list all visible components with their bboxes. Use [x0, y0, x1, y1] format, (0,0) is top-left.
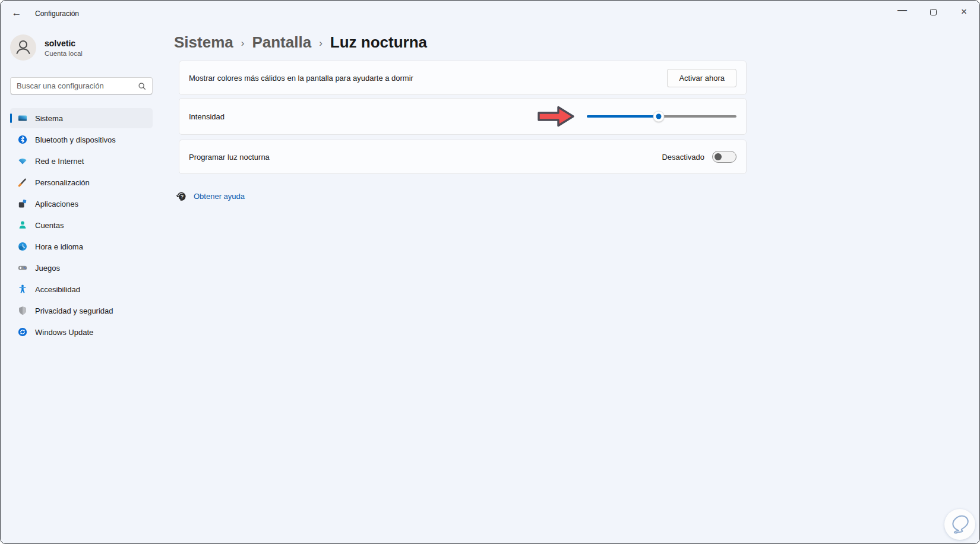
main-content: Sistema › Pantalla › Luz nocturna Mostra…: [162, 27, 979, 543]
sidebar-item-label: Windows Update: [35, 328, 93, 337]
privacy-icon: [18, 306, 27, 315]
chevron-right-icon: ›: [319, 37, 323, 49]
apps-icon: [18, 199, 27, 208]
svg-text:?: ?: [181, 194, 184, 200]
system-icon: [18, 113, 27, 123]
app-title: Configuración: [35, 10, 79, 18]
profile-text: solvetic Cuenta local: [45, 39, 83, 57]
maximize-icon: [930, 9, 937, 15]
minimize-icon: —: [897, 7, 907, 13]
schedule-row: Programar luz nocturna Desactivado: [179, 140, 747, 174]
sidebar-item-windows-update[interactable]: Windows Update: [10, 322, 153, 342]
sidebar-item-label: Cuentas: [35, 221, 64, 230]
sidebar-item-bluetooth[interactable]: Bluetooth y dispositivos: [10, 129, 153, 150]
warm-colors-row: Mostrar colores más cálidos en la pantal…: [179, 61, 747, 95]
sidebar-item-personalizacion[interactable]: Personalización: [10, 172, 153, 192]
accessibility-icon: [18, 284, 27, 294]
sidebar-item-aplicaciones[interactable]: Aplicaciones: [10, 194, 153, 214]
window-controls: — ×: [887, 1, 979, 23]
schedule-toggle[interactable]: [712, 151, 736, 163]
breadcrumb-pantalla[interactable]: Pantalla: [252, 33, 311, 52]
profile-account-type: Cuenta local: [45, 50, 83, 57]
sidebar-item-juegos[interactable]: Juegos: [10, 258, 153, 278]
get-help-label: Obtener ayuda: [194, 192, 245, 201]
intensity-label: Intensidad: [189, 112, 537, 121]
solvetic-logo: [944, 509, 975, 540]
get-help-link[interactable]: ? Obtener ayuda: [176, 191, 979, 202]
search-placeholder: Buscar una configuración: [17, 81, 138, 90]
page-title: Luz nocturna: [330, 33, 427, 52]
time-language-icon: [18, 242, 27, 251]
settings-window: ← Configuración — × solvetic Cuenta loca…: [0, 0, 980, 544]
sidebar-item-label: Sistema: [35, 114, 63, 123]
intensity-slider-thumb[interactable]: [653, 111, 664, 122]
sidebar-item-red-internet[interactable]: Red e Internet: [10, 151, 153, 171]
sidebar-item-label: Privacidad y seguridad: [35, 306, 113, 315]
profile-name: solvetic: [45, 39, 83, 48]
sidebar-nav: Sistema Bluetooth y dispositivos Red e I…: [10, 108, 162, 342]
sidebar-item-sistema[interactable]: Sistema: [10, 108, 153, 128]
close-button[interactable]: ×: [949, 1, 979, 23]
sidebar-item-hora-idioma[interactable]: Hora e idioma: [10, 236, 153, 257]
games-icon: [18, 263, 27, 273]
sidebar-item-label: Accesibilidad: [35, 285, 80, 294]
search-input[interactable]: Buscar una configuración: [10, 77, 153, 94]
titlebar: ← Configuración — ×: [1, 1, 979, 27]
back-icon: ←: [12, 7, 22, 19]
sidebar-item-label: Aplicaciones: [35, 200, 78, 208]
sidebar-item-label: Hora e idioma: [35, 242, 83, 251]
intensity-row: Intensidad: [179, 98, 747, 135]
warm-colors-label: Mostrar colores más cálidos en la pantal…: [189, 74, 667, 83]
sidebar-item-cuentas[interactable]: Cuentas: [10, 215, 153, 235]
minimize-button[interactable]: —: [887, 1, 918, 23]
sidebar-item-label: Juegos: [35, 264, 60, 273]
breadcrumb-sistema[interactable]: Sistema: [174, 33, 233, 52]
schedule-label: Programar luz nocturna: [189, 153, 662, 162]
sidebar-item-label: Red e Internet: [35, 157, 84, 166]
avatar: [10, 34, 36, 61]
intensity-controls: [537, 104, 736, 129]
lightbulb-icon: [948, 513, 972, 536]
chevron-right-icon: ›: [241, 37, 245, 49]
back-button[interactable]: ←: [7, 4, 27, 23]
red-arrow-right-icon: [537, 104, 575, 129]
windows-update-icon: [18, 327, 27, 337]
accounts-icon: [18, 220, 27, 230]
maximize-button[interactable]: [918, 1, 949, 23]
search-icon: [138, 82, 146, 90]
profile[interactable]: solvetic Cuenta local: [10, 34, 162, 61]
personalization-icon: [18, 178, 27, 187]
sidebar: solvetic Cuenta local Buscar una configu…: [1, 27, 162, 543]
toggle-state-label: Desactivado: [662, 153, 704, 162]
intensity-slider[interactable]: [587, 110, 736, 122]
sidebar-item-privacidad[interactable]: Privacidad y seguridad: [10, 301, 153, 321]
breadcrumb: Sistema › Pantalla › Luz nocturna: [174, 33, 979, 52]
bluetooth-icon: [18, 135, 27, 144]
schedule-controls: Desactivado: [662, 151, 736, 163]
person-icon: [11, 36, 35, 59]
sidebar-item-label: Bluetooth y dispositivos: [35, 135, 116, 144]
sidebar-item-accesibilidad[interactable]: Accesibilidad: [10, 279, 153, 299]
settings-cards: Mostrar colores más cálidos en la pantal…: [179, 61, 747, 174]
network-icon: [18, 156, 27, 166]
sidebar-item-label: Personalización: [35, 178, 90, 187]
toggle-knob: [715, 153, 722, 160]
activate-now-button[interactable]: Activar ahora: [667, 69, 736, 87]
close-icon: ×: [961, 6, 967, 18]
help-icon: ?: [176, 191, 187, 202]
intensity-slider-fill: [587, 115, 659, 118]
